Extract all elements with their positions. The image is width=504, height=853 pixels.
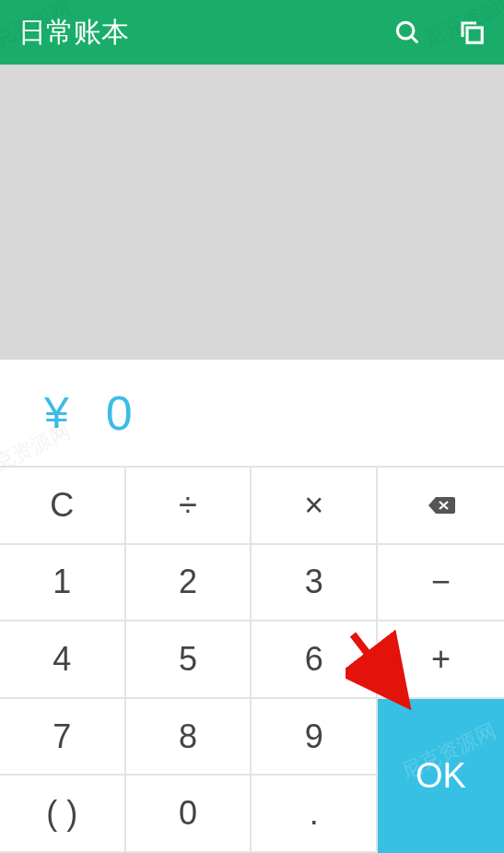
amount-display: ¥ 0 (0, 360, 504, 466)
search-icon[interactable] (393, 18, 421, 46)
key-7[interactable]: 7 (0, 699, 126, 776)
key-clear[interactable]: C (0, 468, 126, 545)
key-divide[interactable]: ÷ (126, 468, 252, 545)
svg-rect-2 (467, 28, 482, 42)
key-parentheses[interactable]: ( ) (0, 776, 126, 853)
key-1[interactable]: 1 (0, 545, 126, 622)
svg-point-0 (397, 22, 414, 39)
key-2[interactable]: 2 (126, 545, 252, 622)
key-4[interactable]: 4 (0, 622, 126, 699)
app-title: 日常账本 (18, 14, 129, 52)
key-plus[interactable]: + (378, 622, 504, 699)
header-actions (393, 18, 486, 46)
key-ok[interactable]: OK (378, 699, 504, 853)
key-backspace[interactable] (378, 468, 504, 545)
key-0[interactable]: 0 (126, 776, 252, 853)
keypad: C ÷ × 1 2 3 − 4 5 6 + 7 8 9 OK ( ) 0 . (0, 466, 504, 853)
key-3[interactable]: 3 (252, 545, 378, 622)
currency-symbol: ¥ (44, 387, 69, 438)
display-area (0, 65, 504, 360)
copy-icon[interactable] (458, 18, 486, 46)
key-multiply[interactable]: × (252, 468, 378, 545)
amount-value: 0 (106, 385, 133, 441)
key-dot[interactable]: . (252, 776, 378, 853)
svg-line-1 (412, 37, 417, 42)
key-6[interactable]: 6 (252, 622, 378, 699)
key-minus[interactable]: − (378, 545, 504, 622)
backspace-icon (428, 495, 455, 515)
app-header: 日常账本 (0, 0, 504, 65)
key-8[interactable]: 8 (126, 699, 252, 776)
key-5[interactable]: 5 (126, 622, 252, 699)
key-9[interactable]: 9 (252, 699, 378, 776)
